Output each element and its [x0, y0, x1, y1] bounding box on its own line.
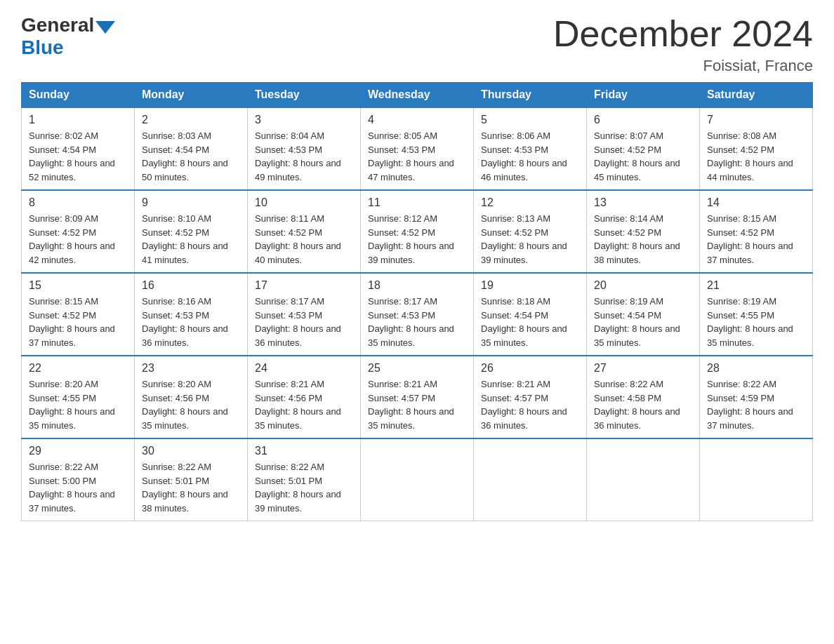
day-number: 30 [142, 445, 240, 457]
daylight-label: Daylight: 8 hours and 38 minutes. [594, 241, 680, 265]
logo-arrow-icon [95, 21, 115, 34]
table-row: 18 Sunrise: 8:17 AM Sunset: 4:53 PM Dayl… [361, 273, 474, 356]
table-row: 20 Sunrise: 8:19 AM Sunset: 4:54 PM Dayl… [587, 273, 700, 356]
sunset-label: Sunset: 4:56 PM [142, 393, 209, 403]
day-info: Sunrise: 8:19 AM Sunset: 4:54 PM Dayligh… [594, 295, 692, 349]
day-info: Sunrise: 8:07 AM Sunset: 4:52 PM Dayligh… [594, 129, 692, 184]
sunset-label: Sunset: 4:53 PM [142, 310, 209, 321]
day-info: Sunrise: 8:13 AM Sunset: 4:52 PM Dayligh… [481, 212, 579, 267]
location-text: Foissiat, France [553, 57, 813, 75]
table-row: 6 Sunrise: 8:07 AM Sunset: 4:52 PM Dayli… [587, 107, 700, 190]
day-number: 22 [29, 362, 127, 375]
day-number: 31 [255, 445, 353, 457]
table-row: 15 Sunrise: 8:15 AM Sunset: 4:52 PM Dayl… [22, 273, 135, 356]
table-row: 30 Sunrise: 8:22 AM Sunset: 5:01 PM Dayl… [135, 438, 248, 521]
sunset-label: Sunset: 4:52 PM [142, 227, 209, 238]
sunrise-label: Sunrise: 8:08 AM [707, 130, 776, 141]
day-info: Sunrise: 8:02 AM Sunset: 4:54 PM Dayligh… [29, 129, 127, 184]
col-friday: Friday [587, 83, 700, 108]
day-info: Sunrise: 8:21 AM Sunset: 4:57 PM Dayligh… [368, 377, 466, 432]
sunrise-label: Sunrise: 8:07 AM [594, 130, 663, 141]
table-row: 29 Sunrise: 8:22 AM Sunset: 5:00 PM Dayl… [22, 438, 135, 521]
sunset-label: Sunset: 4:54 PM [29, 145, 96, 155]
table-row: 1 Sunrise: 8:02 AM Sunset: 4:54 PM Dayli… [22, 107, 135, 190]
sunset-label: Sunset: 4:53 PM [368, 145, 435, 155]
sunrise-label: Sunrise: 8:10 AM [142, 213, 211, 224]
col-sunday: Sunday [22, 83, 135, 108]
daylight-label: Daylight: 8 hours and 37 minutes. [707, 241, 793, 265]
table-row: 13 Sunrise: 8:14 AM Sunset: 4:52 PM Dayl… [587, 190, 700, 273]
daylight-label: Daylight: 8 hours and 41 minutes. [142, 241, 228, 265]
day-info: Sunrise: 8:16 AM Sunset: 4:53 PM Dayligh… [142, 295, 240, 349]
day-info: Sunrise: 8:06 AM Sunset: 4:53 PM Dayligh… [481, 129, 579, 184]
day-info: Sunrise: 8:21 AM Sunset: 4:56 PM Dayligh… [255, 377, 353, 432]
daylight-label: Daylight: 8 hours and 49 minutes. [255, 158, 341, 182]
daylight-label: Daylight: 8 hours and 46 minutes. [481, 158, 567, 182]
table-row [587, 438, 700, 521]
sunset-label: Sunset: 4:53 PM [255, 310, 322, 321]
table-row: 17 Sunrise: 8:17 AM Sunset: 4:53 PM Dayl… [248, 273, 361, 356]
table-row: 10 Sunrise: 8:11 AM Sunset: 4:52 PM Dayl… [248, 190, 361, 273]
daylight-label: Daylight: 8 hours and 35 minutes. [368, 323, 454, 348]
day-number: 13 [594, 196, 692, 209]
month-title: December 2024 [553, 14, 813, 54]
sunset-label: Sunset: 4:52 PM [29, 227, 96, 238]
daylight-label: Daylight: 8 hours and 45 minutes. [594, 158, 680, 182]
day-number: 8 [29, 196, 127, 209]
day-number: 24 [255, 362, 353, 375]
col-thursday: Thursday [474, 83, 587, 108]
day-number: 5 [481, 114, 579, 126]
sunrise-label: Sunrise: 8:20 AM [29, 379, 98, 389]
sunrise-label: Sunrise: 8:18 AM [481, 296, 550, 307]
sunset-label: Sunset: 4:52 PM [594, 227, 661, 238]
day-info: Sunrise: 8:04 AM Sunset: 4:53 PM Dayligh… [255, 129, 353, 184]
table-row: 27 Sunrise: 8:22 AM Sunset: 4:58 PM Dayl… [587, 356, 700, 438]
day-number: 28 [707, 362, 805, 375]
sunrise-label: Sunrise: 8:19 AM [707, 296, 776, 307]
table-row: 14 Sunrise: 8:15 AM Sunset: 4:52 PM Dayl… [700, 190, 813, 273]
table-row: 16 Sunrise: 8:16 AM Sunset: 4:53 PM Dayl… [135, 273, 248, 356]
daylight-label: Daylight: 8 hours and 39 minutes. [255, 489, 341, 514]
sunrise-label: Sunrise: 8:05 AM [368, 130, 437, 141]
table-row [361, 438, 474, 521]
daylight-label: Daylight: 8 hours and 40 minutes. [255, 241, 341, 265]
sunset-label: Sunset: 4:55 PM [707, 310, 774, 321]
sunrise-label: Sunrise: 8:16 AM [142, 296, 211, 307]
col-tuesday: Tuesday [248, 83, 361, 108]
table-row: 21 Sunrise: 8:19 AM Sunset: 4:55 PM Dayl… [700, 273, 813, 356]
sunset-label: Sunset: 4:58 PM [594, 393, 661, 403]
table-row: 5 Sunrise: 8:06 AM Sunset: 4:53 PM Dayli… [474, 107, 587, 190]
daylight-label: Daylight: 8 hours and 35 minutes. [255, 406, 341, 431]
daylight-label: Daylight: 8 hours and 50 minutes. [142, 158, 228, 182]
sunrise-label: Sunrise: 8:15 AM [707, 213, 776, 224]
col-saturday: Saturday [700, 83, 813, 108]
table-row: 12 Sunrise: 8:13 AM Sunset: 4:52 PM Dayl… [474, 190, 587, 273]
sunset-label: Sunset: 4:57 PM [481, 393, 548, 403]
sunset-label: Sunset: 4:52 PM [594, 145, 661, 155]
daylight-label: Daylight: 8 hours and 39 minutes. [481, 241, 567, 265]
sunset-label: Sunset: 4:54 PM [594, 310, 661, 321]
calendar-week-row: 29 Sunrise: 8:22 AM Sunset: 5:00 PM Dayl… [22, 438, 813, 521]
daylight-label: Daylight: 8 hours and 35 minutes. [594, 323, 680, 348]
sunset-label: Sunset: 5:00 PM [29, 476, 96, 486]
daylight-label: Daylight: 8 hours and 36 minutes. [481, 406, 567, 431]
sunrise-label: Sunrise: 8:17 AM [368, 296, 437, 307]
sunrise-label: Sunrise: 8:22 AM [142, 462, 211, 472]
day-number: 6 [594, 114, 692, 126]
day-number: 19 [481, 279, 579, 292]
day-info: Sunrise: 8:21 AM Sunset: 4:57 PM Dayligh… [481, 377, 579, 432]
sunset-label: Sunset: 4:52 PM [707, 145, 774, 155]
sunrise-label: Sunrise: 8:09 AM [29, 213, 98, 224]
day-number: 2 [142, 114, 240, 126]
day-info: Sunrise: 8:15 AM Sunset: 4:52 PM Dayligh… [707, 212, 805, 267]
day-info: Sunrise: 8:18 AM Sunset: 4:54 PM Dayligh… [481, 295, 579, 349]
table-row: 8 Sunrise: 8:09 AM Sunset: 4:52 PM Dayli… [22, 190, 135, 273]
daylight-label: Daylight: 8 hours and 35 minutes. [481, 323, 567, 348]
day-info: Sunrise: 8:22 AM Sunset: 5:01 PM Dayligh… [255, 460, 353, 515]
day-info: Sunrise: 8:09 AM Sunset: 4:52 PM Dayligh… [29, 212, 127, 267]
day-info: Sunrise: 8:22 AM Sunset: 5:00 PM Dayligh… [29, 460, 127, 515]
day-info: Sunrise: 8:05 AM Sunset: 4:53 PM Dayligh… [368, 129, 466, 184]
sunrise-label: Sunrise: 8:15 AM [29, 296, 98, 307]
table-row [700, 438, 813, 521]
sunrise-label: Sunrise: 8:21 AM [481, 379, 550, 389]
